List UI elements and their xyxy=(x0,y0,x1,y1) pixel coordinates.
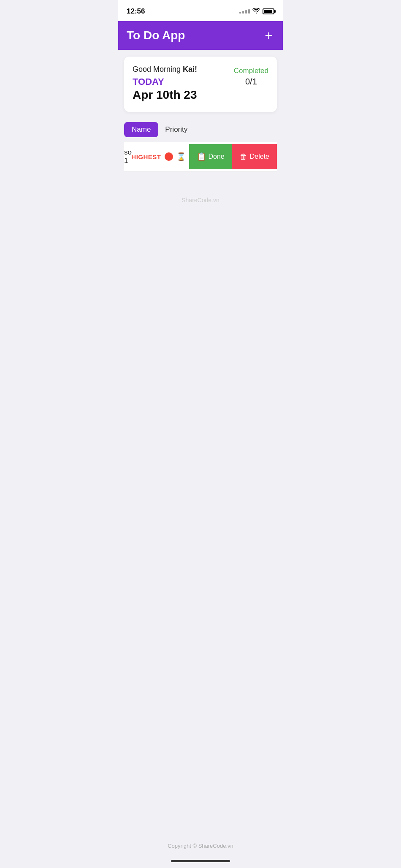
info-card: Good Morning Kai! TODAY Apr 10th 23 Comp… xyxy=(124,57,277,112)
sort-by-name-button[interactable]: Name xyxy=(124,122,158,137)
today-label: TODAY xyxy=(133,76,234,87)
trash-icon: 🗑 xyxy=(240,152,247,161)
sort-bar: Name Priority xyxy=(118,119,283,142)
task-name: so 1 xyxy=(124,148,132,165)
task-actions: 📋 Done 🗑 Delete xyxy=(189,144,277,169)
sort-by-priority-button[interactable]: Priority xyxy=(163,122,189,137)
add-task-button[interactable]: + xyxy=(263,29,274,42)
done-button[interactable]: 📋 Done xyxy=(189,144,232,169)
user-name: Kai! xyxy=(183,65,197,73)
completion-summary: Completed 0/1 xyxy=(234,65,268,87)
signal-dots-icon xyxy=(239,9,250,14)
table-row: so 1 HIGHEST ⌛ 📋 Done 🗑 Delete xyxy=(124,142,277,171)
hourglass-icon: ⌛ xyxy=(176,152,186,161)
info-left: Good Morning Kai! TODAY Apr 10th 23 xyxy=(133,65,234,102)
task-content: so 1 xyxy=(124,142,131,171)
completed-count: 0/1 xyxy=(234,77,268,87)
battery-icon xyxy=(263,8,274,14)
priority-dot-icon xyxy=(165,152,173,161)
home-indicator xyxy=(118,856,283,868)
home-bar xyxy=(171,860,230,862)
delete-button[interactable]: 🗑 Delete xyxy=(232,144,277,169)
priority-label: HIGHEST xyxy=(131,153,161,160)
watermark: ShareCode.vn xyxy=(118,171,283,212)
wifi-icon xyxy=(252,8,260,15)
status-bar: 12:56 xyxy=(118,0,283,21)
status-icons xyxy=(239,8,274,15)
footer-text: Copyright © ShareCode.vn xyxy=(118,826,283,856)
app-title: To Do App xyxy=(127,29,185,42)
task-priority-area: HIGHEST ⌛ xyxy=(131,152,189,161)
app-header: To Do App + xyxy=(118,21,283,50)
greeting-text: Good Morning Kai! xyxy=(133,65,234,74)
date-display: Apr 10th 23 xyxy=(133,88,234,102)
delete-label: Delete xyxy=(250,153,269,160)
clipboard-icon: 📋 xyxy=(197,152,206,161)
bottom-area: Copyright © ShareCode.vn xyxy=(118,826,283,868)
status-time: 12:56 xyxy=(127,7,145,16)
completed-label: Completed xyxy=(234,67,268,75)
task-list: so 1 HIGHEST ⌛ 📋 Done 🗑 Delete xyxy=(118,142,283,171)
done-label: Done xyxy=(209,153,225,160)
